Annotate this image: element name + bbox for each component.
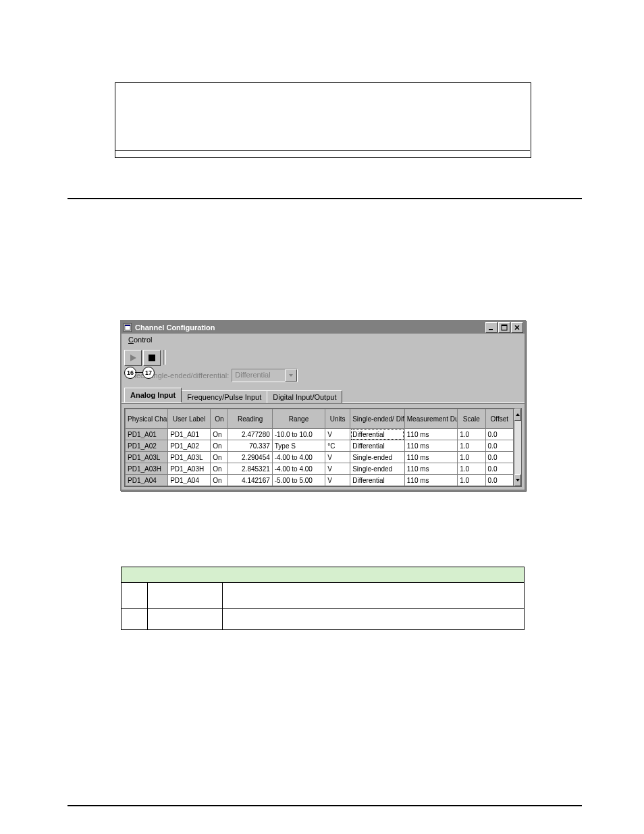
cell-physical-channel[interactable]: PD1_A03H xyxy=(126,463,168,475)
col-single-diff[interactable]: Single-ended/ Differential xyxy=(350,409,405,429)
doc-frame-top xyxy=(115,82,531,158)
cell-units[interactable]: V xyxy=(325,452,350,463)
cell-range[interactable]: -5.00 to 5.00 xyxy=(272,475,325,486)
cell-physical-channel[interactable]: PD1_A03L xyxy=(126,452,168,463)
toolbar: 16 17 xyxy=(122,347,525,367)
menu-control[interactable]: Control xyxy=(126,335,155,344)
cell-on[interactable]: On xyxy=(211,463,228,475)
grid-scrollbar[interactable] xyxy=(514,408,522,487)
scroll-up-button[interactable] xyxy=(514,409,521,421)
cell-user-label[interactable]: PD1_A03H xyxy=(168,463,211,475)
cell-offset[interactable]: 0.0 xyxy=(485,440,513,452)
doc-frame-divider xyxy=(115,150,530,151)
cell-single-diff[interactable]: Differential xyxy=(350,475,405,486)
tab-analog-input[interactable]: Analog Input xyxy=(124,388,182,402)
table-row[interactable]: PD1_A03HPD1_A03HOn2.845321-4.00 to 4.00V… xyxy=(126,463,514,475)
channel-configuration-window: Channel Configuration Control 16 1 xyxy=(120,320,526,491)
stop-button[interactable] xyxy=(143,350,161,366)
maximize-button[interactable] xyxy=(498,322,510,333)
tab-frequency-pulse-input[interactable]: Frequency/Pulse Input xyxy=(181,390,267,403)
cell-offset[interactable]: 0.0 xyxy=(485,475,513,486)
cell-meas-duration[interactable]: 110 ms xyxy=(404,475,457,486)
scroll-down-button[interactable] xyxy=(514,474,521,486)
cell-single-diff[interactable]: Differential xyxy=(350,429,405,440)
cell-single-diff[interactable]: Differential xyxy=(350,440,405,452)
cell-single-diff[interactable]: Single-ended xyxy=(350,463,405,475)
cell-single-diff[interactable]: Single-ended xyxy=(350,452,405,463)
cell-on[interactable]: On xyxy=(211,440,228,452)
cell-range[interactable]: -10.0 to 10.0 xyxy=(272,429,325,440)
cell-on[interactable]: On xyxy=(211,475,228,486)
cell-user-label[interactable]: PD1_A01 xyxy=(168,429,211,440)
chevron-up-icon xyxy=(515,412,520,417)
table-row[interactable]: PD1_A01PD1_A01On2.477280-10.0 to 10.0VDi… xyxy=(126,429,514,440)
cell-scale[interactable]: 1.0 xyxy=(458,452,485,463)
scroll-track[interactable] xyxy=(514,421,521,474)
table-row[interactable]: PD1_A02PD1_A02On70.337Type S°CDifferenti… xyxy=(126,440,514,452)
svg-rect-2 xyxy=(125,325,130,326)
select-single-diff-combo[interactable]: Differential xyxy=(232,369,298,382)
cell-range[interactable]: -4.00 to 4.00 xyxy=(272,463,325,475)
cell-range[interactable]: Type S xyxy=(272,440,325,452)
system-menu-icon[interactable] xyxy=(123,323,132,332)
close-button[interactable] xyxy=(511,322,523,333)
grid-header-row: Physical Channel User Label On Reading R… xyxy=(126,409,514,429)
svg-marker-6 xyxy=(130,355,136,361)
cell-reading[interactable]: 70.337 xyxy=(228,440,272,452)
doc-hline-2 xyxy=(68,805,582,806)
cell-on[interactable]: On xyxy=(211,452,228,463)
cell-reading[interactable]: 4.142167 xyxy=(228,475,272,486)
cell-meas-duration[interactable]: 110 ms xyxy=(404,440,457,452)
cell-meas-duration[interactable]: 110 ms xyxy=(404,429,457,440)
cell-reading[interactable]: 2.845321 xyxy=(228,463,272,475)
col-range[interactable]: Range xyxy=(272,409,325,429)
window-title: Channel Configuration xyxy=(135,323,215,332)
svg-marker-10 xyxy=(516,479,520,481)
cell-range[interactable]: -4.00 to 4.00 xyxy=(272,452,325,463)
col-units[interactable]: Units xyxy=(325,409,350,429)
svg-rect-7 xyxy=(149,355,155,361)
col-offset[interactable]: Offset xyxy=(485,409,513,429)
col-user-label[interactable]: User Label xyxy=(168,409,211,429)
cell-units[interactable]: V xyxy=(325,463,350,475)
cell-scale[interactable]: 1.0 xyxy=(458,463,485,475)
doc-table-outline xyxy=(121,567,525,630)
cell-user-label[interactable]: PD1_A02 xyxy=(168,440,211,452)
cell-physical-channel[interactable]: PD1_A04 xyxy=(126,475,168,486)
cell-units[interactable]: °C xyxy=(325,440,350,452)
select-single-diff-row: Select single-ended/differential: Differ… xyxy=(122,367,525,386)
col-meas-dur[interactable]: Measurement Duration xyxy=(404,409,457,429)
cell-scale[interactable]: 1.0 xyxy=(458,429,485,440)
cell-offset[interactable]: 0.0 xyxy=(485,429,513,440)
cell-reading[interactable]: 2.477280 xyxy=(228,429,272,440)
chevron-down-icon xyxy=(285,369,297,382)
col-physical-channel[interactable]: Physical Channel xyxy=(126,409,168,429)
table-row[interactable]: PD1_A04PD1_A04On4.142167-5.00 to 5.00VDi… xyxy=(126,475,514,486)
col-scale[interactable]: Scale xyxy=(458,409,485,429)
cell-physical-channel[interactable]: PD1_A01 xyxy=(126,429,168,440)
cell-reading[interactable]: 2.290454 xyxy=(228,452,272,463)
cell-scale[interactable]: 1.0 xyxy=(458,440,485,452)
cell-user-label[interactable]: PD1_A04 xyxy=(168,475,211,486)
cell-offset[interactable]: 0.0 xyxy=(485,452,513,463)
minimize-button[interactable] xyxy=(485,322,498,333)
stop-icon xyxy=(147,353,157,363)
col-on[interactable]: On xyxy=(211,409,228,429)
select-single-diff-value: Differential xyxy=(232,369,285,382)
tab-digital-io[interactable]: Digital Input/Output xyxy=(267,390,342,403)
cell-units[interactable]: V xyxy=(325,429,350,440)
col-reading[interactable]: Reading xyxy=(228,409,272,429)
callout-17: 17 xyxy=(142,367,155,379)
cell-physical-channel[interactable]: PD1_A02 xyxy=(126,440,168,452)
cell-units[interactable]: V xyxy=(325,475,350,486)
cell-scale[interactable]: 1.0 xyxy=(458,475,485,486)
channel-grid[interactable]: Physical Channel User Label On Reading R… xyxy=(124,408,514,487)
cell-offset[interactable]: 0.0 xyxy=(485,463,513,475)
cell-meas-duration[interactable]: 110 ms xyxy=(404,463,457,475)
titlebar[interactable]: Channel Configuration xyxy=(122,321,525,334)
play-button[interactable] xyxy=(124,350,142,366)
cell-meas-duration[interactable]: 110 ms xyxy=(404,452,457,463)
cell-on[interactable]: On xyxy=(211,429,228,440)
cell-user-label[interactable]: PD1_A03L xyxy=(168,452,211,463)
table-row[interactable]: PD1_A03LPD1_A03LOn2.290454-4.00 to 4.00V… xyxy=(126,452,514,463)
